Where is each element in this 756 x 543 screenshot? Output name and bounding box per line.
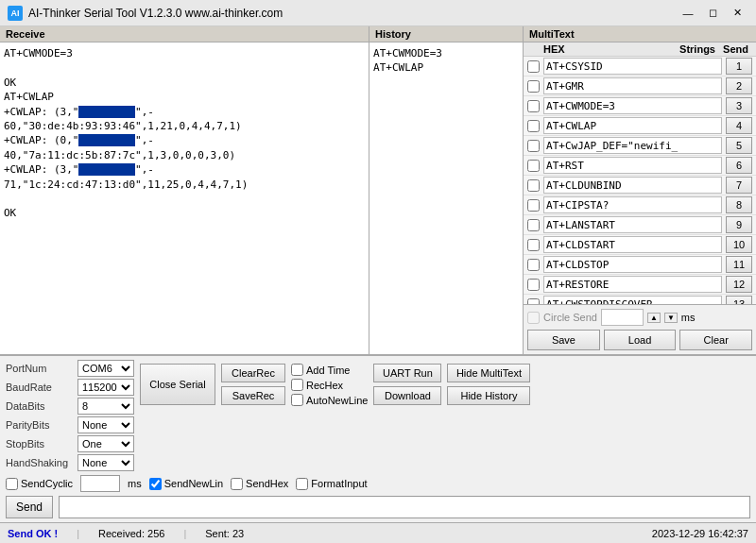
clear-button[interactable]: Clear [679, 330, 752, 350]
add-time-checkbox[interactable] [291, 364, 303, 376]
mt-send-button[interactable]: 12 [726, 276, 752, 293]
hide-multitext-button[interactable]: Hide MultiText [447, 364, 530, 382]
mt-row-input[interactable] [543, 216, 722, 233]
mt-row-checkbox[interactable] [527, 120, 540, 132]
status-ok: Send OK ! [8, 528, 58, 539]
param-select-portnum[interactable]: COM6 [77, 360, 134, 377]
mt-send-button[interactable]: 2 [726, 77, 752, 94]
mt-row-input[interactable] [543, 157, 722, 174]
close-serial-button[interactable]: Close Serial [140, 364, 215, 405]
clear-rec-button[interactable]: ClearRec [221, 364, 285, 382]
hide-buttons: Hide MultiText Hide History [447, 364, 530, 405]
mt-row-checkbox[interactable] [527, 80, 540, 93]
mt-row-input[interactable] [543, 77, 722, 94]
mt-row-checkbox[interactable] [527, 199, 540, 212]
save-button[interactable]: Save [527, 330, 600, 350]
controls-row1: PortNumCOM6BaudRate115200DataBits8Parity… [6, 360, 750, 471]
mt-send-button[interactable]: 10 [726, 236, 752, 253]
mt-row-checkbox[interactable] [527, 60, 540, 73]
mt-row: 5 [524, 136, 756, 156]
circle-send-input[interactable]: 500 [601, 309, 644, 326]
rec-hex-checkbox[interactable] [291, 379, 303, 391]
send-newline-label: SendNewLin [164, 478, 223, 489]
send-cyclic-input[interactable]: 800 [80, 475, 120, 492]
controls-row3: Send AT+CWLAP [6, 496, 750, 518]
send-newline-row: SendNewLin [149, 478, 223, 490]
maximize-button[interactable]: ◻ [701, 4, 724, 23]
mt-row-input[interactable] [543, 276, 722, 293]
history-label: History [369, 26, 523, 42]
send-cyclic-label: SendCyclic [21, 478, 73, 489]
close-button[interactable]: ✕ [726, 4, 748, 23]
save-rec-button[interactable]: SaveRec [221, 386, 285, 405]
param-select-databits[interactable]: 8 [77, 398, 134, 415]
mt-row-checkbox[interactable] [527, 140, 540, 152]
uart-run-button[interactable]: UART Run [373, 364, 441, 382]
send-newline-checkbox[interactable] [149, 478, 162, 490]
send-hex-checkbox[interactable] [231, 478, 243, 490]
mt-row-checkbox[interactable] [527, 160, 540, 172]
param-select-handshaking[interactable]: None [77, 454, 134, 471]
mt-send-button[interactable]: 3 [726, 97, 752, 114]
param-label: HandShaking [6, 457, 74, 468]
format-input-checkbox[interactable] [296, 478, 308, 490]
mt-row-input[interactable] [543, 256, 722, 273]
hide-history-button[interactable]: Hide History [447, 386, 530, 405]
mt-send-button[interactable]: 11 [726, 256, 752, 273]
param-select-paritybits[interactable]: None [77, 416, 134, 433]
send-cyclic-checkbox[interactable] [6, 478, 18, 490]
mt-row: 12 [524, 275, 756, 295]
mt-row-input[interactable] [543, 117, 722, 134]
mt-row-checkbox[interactable] [527, 259, 540, 271]
param-label: ParityBits [6, 419, 74, 431]
mt-row-checkbox[interactable] [527, 100, 540, 112]
ms-spindown-icon[interactable]: ▼ [664, 313, 678, 323]
receive-panel: Receive AT+CWMODE=3 OKAT+CWLAP+CWLAP: (3… [0, 26, 369, 354]
sent-value: 23 [232, 528, 244, 539]
mt-row-input[interactable] [543, 137, 722, 154]
mt-send-button[interactable]: 5 [726, 137, 752, 154]
mt-row-checkbox[interactable] [527, 219, 540, 231]
mt-row-input[interactable] [543, 177, 722, 194]
mt-row-input[interactable] [543, 296, 722, 304]
mt-row-input[interactable] [543, 196, 722, 213]
controls-row2: SendCyclic 800 ms SendNewLin SendHex For… [6, 475, 750, 492]
format-input-row: FormatInput [296, 478, 367, 490]
mt-row: 11 [524, 255, 756, 275]
mt-send-button[interactable]: 13 [726, 296, 752, 304]
receive-content[interactable]: AT+CWMODE=3 OKAT+CWLAP+CWLAP: (3," ",-60… [0, 42, 369, 354]
download-button[interactable]: Download [373, 386, 441, 405]
minimize-button[interactable]: — [677, 4, 699, 23]
load-button[interactable]: Load [604, 330, 677, 350]
mt-row-checkbox[interactable] [527, 179, 540, 192]
mt-send-button[interactable]: 4 [726, 117, 752, 134]
history-item[interactable]: AT+CWMODE=3 [373, 46, 519, 60]
mt-send-button[interactable]: 7 [726, 177, 752, 194]
mt-row-checkbox[interactable] [527, 279, 540, 291]
mt-row-input[interactable] [543, 97, 722, 114]
history-item[interactable]: AT+CWLAP [373, 60, 519, 75]
mt-row-checkbox[interactable] [527, 239, 540, 251]
mt-row-input[interactable] [543, 58, 722, 75]
mt-row: 3 [524, 96, 756, 116]
mt-send-button[interactable]: 1 [726, 58, 752, 75]
send-button[interactable]: Send [6, 496, 53, 518]
mt-row-input[interactable] [543, 236, 722, 253]
mt-row: 4 [524, 116, 756, 136]
send-input[interactable]: AT+CWLAP [59, 496, 750, 518]
param-select-stopbits[interactable]: One [77, 435, 134, 452]
multitext-header: MultiText [524, 26, 756, 42]
mt-send-button[interactable]: 8 [726, 196, 752, 213]
mt-send-button[interactable]: 6 [726, 157, 752, 174]
circle-send-checkbox[interactable] [527, 312, 540, 324]
auto-newline-checkbox[interactable] [291, 394, 303, 406]
received-label: Received: 256 [98, 528, 164, 539]
mt-row: 13 [524, 295, 756, 304]
mt-action-row: Save Load Clear [527, 330, 752, 350]
mt-send-button[interactable]: 9 [726, 216, 752, 233]
datetime: 2023-12-29 16:42:37 [652, 528, 748, 539]
ms-spinup-icon[interactable]: ▲ [647, 313, 661, 323]
ms-label: ms [681, 312, 696, 323]
add-time-row: Add Time [291, 364, 368, 376]
param-select-baudrate[interactable]: 115200 [77, 379, 134, 396]
